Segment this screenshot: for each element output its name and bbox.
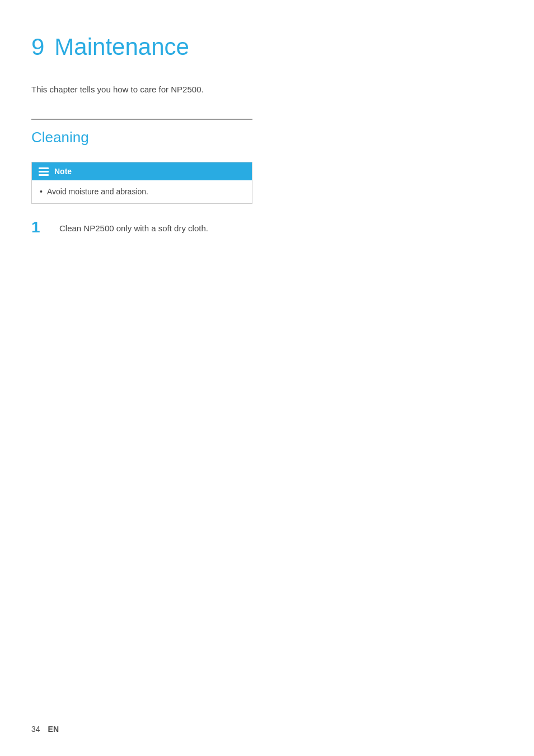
chapter-title: 9 Maintenance <box>31 34 503 60</box>
step-1: 1 Clean NP2500 only with a soft dry clot… <box>31 220 503 235</box>
page-footer: 34 EN <box>31 725 59 734</box>
step-text-1: Clean NP2500 only with a soft dry cloth. <box>59 220 208 235</box>
note-label: Note <box>54 167 72 176</box>
note-item-text: Avoid moisture and abrasion. <box>47 186 148 198</box>
note-header: Note <box>32 162 252 180</box>
page-content: 9 Maintenance This chapter tells you how… <box>0 0 534 269</box>
note-body: • Avoid moisture and abrasion. <box>32 180 252 203</box>
note-item: • Avoid moisture and abrasion. <box>40 186 244 198</box>
chapter-name: Maintenance <box>54 34 189 60</box>
section-title: Cleaning <box>31 129 503 146</box>
step-number-1: 1 <box>31 220 48 235</box>
note-icon-line-2 <box>39 171 49 172</box>
note-icon-line-1 <box>39 167 49 169</box>
section-divider <box>31 119 252 120</box>
footer-language: EN <box>48 725 59 734</box>
note-icon-line-3 <box>39 174 49 176</box>
note-icon <box>39 167 49 176</box>
footer-page-number: 34 <box>31 725 40 734</box>
intro-text: This chapter tells you how to care for N… <box>31 83 503 96</box>
chapter-number: 9 <box>31 34 44 60</box>
note-box: Note • Avoid moisture and abrasion. <box>31 162 252 204</box>
note-bullet: • <box>40 186 43 198</box>
